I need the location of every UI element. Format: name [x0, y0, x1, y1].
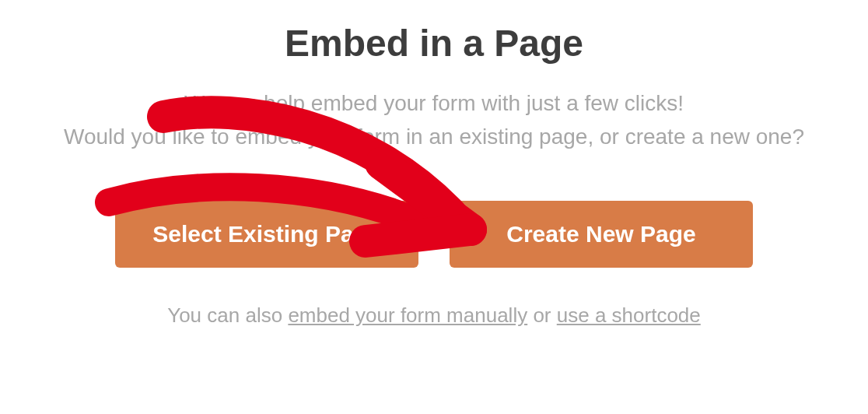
- subtitle-line-2: Would you like to embed your form in an …: [64, 125, 804, 149]
- select-existing-page-button[interactable]: Select Existing Page: [115, 201, 418, 268]
- create-new-page-button[interactable]: Create New Page: [450, 201, 753, 268]
- dialog-title: Embed in a Page: [285, 22, 583, 65]
- footer-middle: or: [527, 303, 557, 327]
- embed-manually-link[interactable]: embed your form manually: [288, 303, 527, 327]
- footer-text: You can also embed your form manually or…: [167, 303, 701, 328]
- button-row: Select Existing Page Create New Page: [115, 201, 753, 268]
- use-shortcode-link[interactable]: use a shortcode: [557, 303, 701, 327]
- dialog-subtitle: We can help embed your form with just a …: [64, 86, 804, 154]
- footer-prefix: You can also: [167, 303, 288, 327]
- subtitle-line-1: We can help embed your form with just a …: [184, 91, 684, 115]
